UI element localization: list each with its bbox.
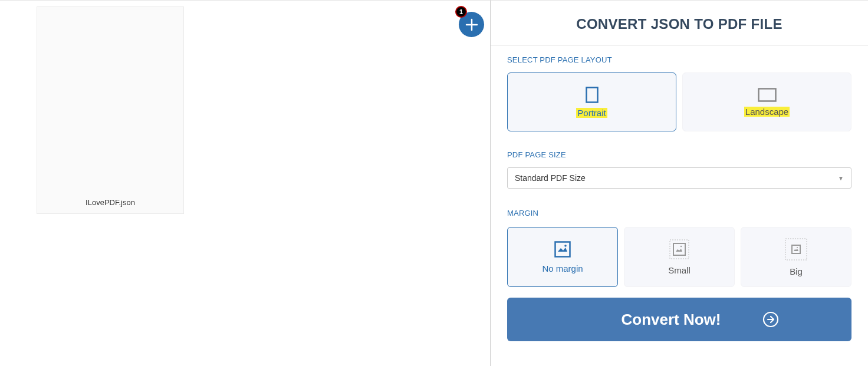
svg-rect-12 xyxy=(792,245,800,253)
chevron-down-icon: ▼ xyxy=(838,175,844,182)
file-drop-area: ILovePDF.json 1 xyxy=(0,0,491,366)
layout-option-label: Portrait xyxy=(576,108,607,118)
no-margin-icon xyxy=(554,241,571,258)
svg-rect-4 xyxy=(555,242,570,256)
arrow-right-circle-icon xyxy=(762,311,779,328)
pagesize-selected-value: Standard PDF Size xyxy=(515,173,586,183)
layout-option-label: Landscape xyxy=(744,107,790,117)
margin-option-small[interactable]: Small xyxy=(624,227,735,287)
margin-option-label: No margin xyxy=(542,263,583,273)
big-margin-icon xyxy=(785,238,807,261)
svg-rect-11 xyxy=(785,239,807,260)
convert-button-label: Convert Now! xyxy=(622,311,721,329)
file-tile[interactable]: ILovePDF.json xyxy=(37,6,184,214)
svg-marker-13 xyxy=(794,249,798,251)
margin-option-none[interactable]: No margin xyxy=(507,227,618,287)
layout-option-portrait[interactable]: Portrait xyxy=(507,72,676,131)
svg-point-6 xyxy=(564,245,567,247)
svg-rect-8 xyxy=(673,243,685,255)
margin-option-label: Big xyxy=(790,266,803,276)
pagesize-select[interactable]: Standard PDF Size ▼ xyxy=(507,167,851,189)
convert-button[interactable]: Convert Now! xyxy=(507,298,851,341)
layout-option-landscape[interactable]: Landscape xyxy=(682,72,851,131)
panel-title: CONVERT JSON TO PDF FILE xyxy=(491,1,868,45)
file-preview xyxy=(37,7,183,190)
file-name: ILovePDF.json xyxy=(81,190,140,213)
settings-panel: CONVERT JSON TO PDF FILE SELECT PDF PAGE… xyxy=(491,0,868,366)
margin-section-label: MARGIN xyxy=(507,209,851,217)
svg-rect-2 xyxy=(586,87,597,102)
svg-point-10 xyxy=(680,245,682,246)
small-margin-icon xyxy=(669,239,689,259)
svg-point-14 xyxy=(797,247,798,248)
landscape-icon xyxy=(758,88,777,102)
svg-rect-3 xyxy=(758,88,775,101)
pagesize-section-label: PDF PAGE SIZE xyxy=(507,150,851,159)
svg-marker-9 xyxy=(676,249,682,252)
margin-options: No margin Small xyxy=(507,227,851,287)
svg-rect-7 xyxy=(670,240,689,259)
add-file-button[interactable]: 1 xyxy=(459,12,484,37)
margin-option-big[interactable]: Big xyxy=(741,227,851,287)
portrait-icon xyxy=(586,87,599,103)
file-count-badge: 1 xyxy=(455,6,467,18)
margin-option-label: Small xyxy=(668,265,691,275)
plus-icon xyxy=(465,18,478,31)
layout-options: Portrait Landscape xyxy=(507,72,851,131)
svg-marker-5 xyxy=(558,248,567,252)
layout-section-label: SELECT PDF PAGE LAYOUT xyxy=(507,55,851,64)
